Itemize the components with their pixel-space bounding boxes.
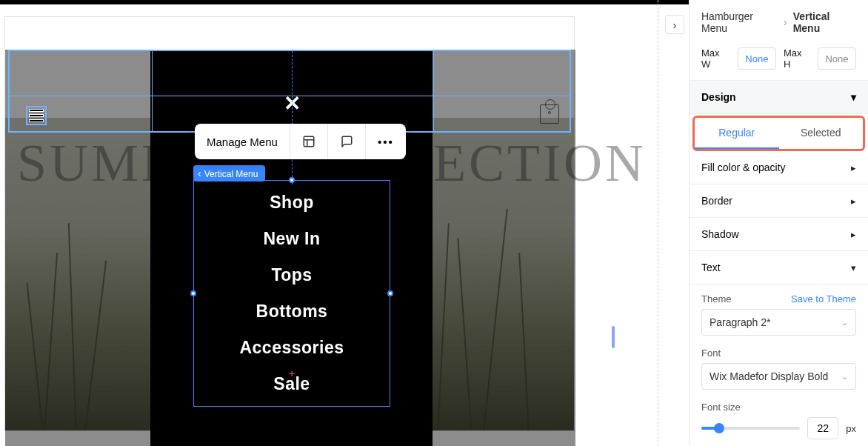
resize-handle-right[interactable] [387, 290, 393, 296]
max-size-row: Max W None Max H None [690, 41, 868, 80]
chevron-down-icon: ▾ [851, 262, 856, 273]
breadcrumb-parent[interactable]: Hamburger Menu [701, 10, 778, 34]
svg-rect-0 [304, 136, 314, 147]
font-size-input[interactable] [807, 417, 838, 439]
font-size-unit: px [846, 423, 856, 434]
row-shadow[interactable]: Shadow ▸ [690, 218, 868, 251]
element-badge[interactable]: Vertical Menu [193, 165, 265, 182]
manage-menu-button[interactable]: Manage Menu [195, 124, 290, 159]
row-fill-opacity[interactable]: Fill color & opacity ▸ [690, 151, 868, 184]
font-label: Font [701, 347, 721, 359]
shopping-bag-icon[interactable] [540, 104, 559, 124]
tab-regular[interactable]: Regular [695, 118, 779, 149]
resize-handle-left[interactable] [190, 290, 196, 296]
chevron-right-icon: ▸ [851, 229, 856, 240]
theme-value: Paragraph 2* [710, 316, 771, 328]
menu-item-new-in[interactable]: New In [263, 229, 320, 249]
row-border-label: Border [701, 195, 732, 207]
menu-item-tops[interactable]: Tops [271, 265, 312, 285]
alignment-guide [292, 51, 293, 184]
theme-select[interactable]: Paragraph 2* ⌄ [701, 309, 856, 336]
top-bar [0, 0, 689, 4]
breadcrumb-current: Vertical Menu [793, 10, 856, 34]
add-item-marker[interactable]: + [289, 367, 295, 379]
vertical-menu-element[interactable]: Shop New In Tops Bottoms Accessories + S… [193, 180, 390, 407]
breadcrumb: Hamburger Menu › Vertical Menu [690, 0, 868, 41]
row-border[interactable]: Border ▸ [690, 184, 868, 218]
chevron-down-icon: ⌄ [841, 318, 848, 327]
max-h-input[interactable]: None [818, 47, 856, 70]
max-w-input[interactable]: None [738, 47, 776, 70]
more-icon[interactable]: ••• [366, 124, 406, 159]
chevron-right-icon: ▸ [851, 162, 856, 173]
resize-handle-top[interactable] [289, 177, 295, 183]
slider-thumb[interactable] [714, 423, 724, 433]
font-value: Wix Madefor Display Bold [710, 370, 828, 382]
stage[interactable]: SUMMER COLLECTION ✕ Manage Menu [4, 16, 575, 431]
save-to-theme-link[interactable]: Save to Theme [791, 293, 856, 304]
chevron-right-icon: ▸ [851, 196, 856, 207]
menu-item-accessories[interactable]: Accessories [239, 338, 344, 358]
panel-divider [658, 0, 658, 446]
font-size-label: Font size [701, 402, 741, 413]
chevron-down-icon: ⌄ [841, 372, 848, 382]
font-size-slider[interactable] [701, 427, 800, 430]
row-shadow-label: Shadow [701, 228, 739, 240]
layout-icon[interactable] [290, 124, 328, 159]
menu-item-bottoms[interactable]: Bottoms [256, 302, 328, 322]
tab-selected[interactable]: Selected [779, 118, 864, 149]
canvas-region[interactable]: SUMMER COLLECTION ✕ Manage Menu [0, 0, 689, 446]
theme-label: Theme [701, 293, 731, 304]
max-h-label: Max H [784, 47, 810, 70]
expand-panel-button[interactable]: › [665, 15, 684, 34]
menu-item-shop[interactable]: Shop [270, 193, 314, 213]
scroll-indicator[interactable] [612, 326, 615, 348]
element-toolbar: Manage Menu ••• [195, 124, 406, 159]
row-fill-label: Fill color & opacity [701, 162, 786, 173]
max-w-label: Max W [701, 47, 730, 70]
design-header-label: Design [701, 91, 736, 103]
chevron-down-icon: ▾ [851, 91, 856, 103]
row-text[interactable]: Text ▾ [690, 251, 868, 284]
font-select[interactable]: Wix Madefor Display Bold ⌄ [701, 363, 856, 390]
comment-icon[interactable] [328, 124, 366, 159]
design-panel: Hamburger Menu › Vertical Menu Max W Non… [689, 0, 868, 446]
chevron-right-icon: › [784, 16, 787, 28]
hamburger-icon[interactable] [26, 106, 47, 125]
design-section-header[interactable]: Design ▾ [690, 80, 868, 114]
state-tabs-highlight: Regular Selected [692, 116, 865, 151]
row-text-label: Text [701, 262, 721, 273]
